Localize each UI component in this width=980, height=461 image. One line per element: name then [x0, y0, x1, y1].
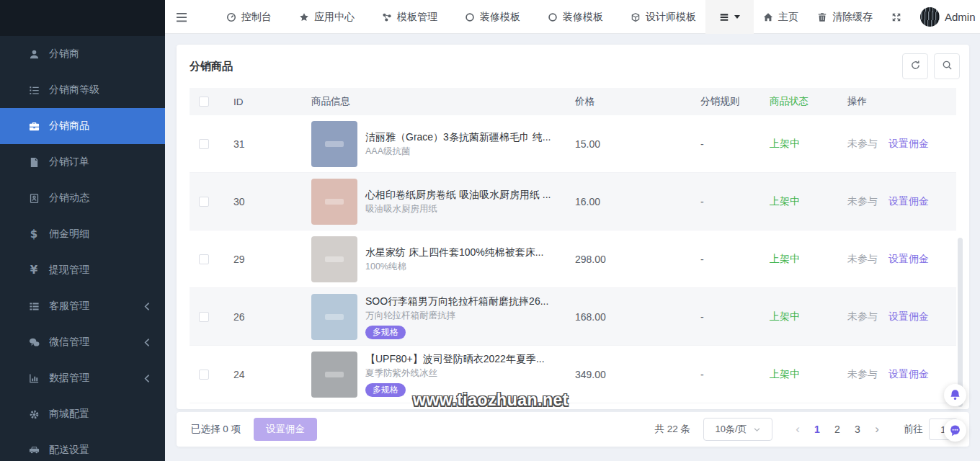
- sidebar-item-3[interactable]: 分销商品: [0, 108, 165, 144]
- clear-cache-button[interactable]: 清除缓存: [808, 0, 882, 34]
- caret-down-icon: [734, 15, 740, 19]
- sidebar-item-label: 分销动态: [49, 192, 89, 205]
- column-header-id: ID: [223, 97, 303, 107]
- prev-page-button[interactable]: ‹: [788, 422, 807, 437]
- sidebar-item-label: 配送设置: [49, 444, 89, 457]
- product-list-card: 分销商品 ID 商品信息 价格 分销规则 商品状态 操作 31: [177, 45, 969, 409]
- set-commission-link[interactable]: 设置佣金: [888, 138, 929, 151]
- navbar-item-label: 模板管理: [397, 11, 437, 24]
- sidebar-toggle-button[interactable]: [165, 0, 198, 34]
- product-subtitle: 万向轮拉杆箱耐磨抗摔: [365, 309, 548, 322]
- navbar-item-3[interactable]: 模板管理: [373, 0, 447, 34]
- sidebar-menu: 分销商分销商等级分销商品分销订单分销动态$佣金明细¥提现管理客服管理微信管理数据…: [0, 36, 165, 461]
- chevron-down-icon: [753, 426, 761, 434]
- column-header-info: 商品信息: [303, 95, 569, 108]
- page-3-button[interactable]: 3: [847, 419, 868, 440]
- row-checkbox[interactable]: [199, 370, 209, 380]
- cube-icon: [631, 12, 641, 22]
- sidebar-item-11[interactable]: 商城配置: [0, 396, 165, 432]
- page-1-button[interactable]: 1: [807, 419, 827, 440]
- set-commission-link[interactable]: 设置佣金: [888, 368, 929, 381]
- navbar-item-4[interactable]: 装修模板: [455, 0, 530, 34]
- column-header-price: 价格: [569, 95, 695, 108]
- participation-status: 未参与: [847, 138, 878, 151]
- sidebar-item-12[interactable]: 配送设置: [0, 432, 165, 461]
- user-menu[interactable]: Admin: [911, 0, 980, 34]
- sidebar-header: [0, 0, 165, 36]
- trash-icon: [817, 12, 827, 22]
- list-menu-icon: [719, 12, 729, 22]
- page-2-button[interactable]: 2: [827, 419, 847, 440]
- product-thumbnail: [311, 236, 357, 282]
- navbar-item-6[interactable]: 设计师模板: [621, 0, 705, 34]
- sidebar-item-label: 分销商品: [49, 120, 89, 133]
- next-page-button[interactable]: ›: [868, 422, 886, 437]
- table-row: 24 【UPF80+】波司登防晒衣2022年夏季... 夏季防紫外线冰丝 多规格…: [190, 346, 956, 403]
- chat-button[interactable]: [944, 419, 966, 442]
- sidebar-item-2[interactable]: 分销商等级: [0, 72, 165, 108]
- wechat-icon: [27, 337, 40, 348]
- navbar-item-2[interactable]: 应用中心: [290, 0, 364, 34]
- sidebar-item-5[interactable]: 分销动态: [0, 180, 165, 216]
- product-id: 29: [223, 254, 303, 265]
- product-id: 24: [223, 369, 303, 380]
- yen-icon: ¥: [27, 264, 40, 277]
- chevron-left-icon: [141, 337, 153, 348]
- fullscreen-button[interactable]: [882, 0, 911, 34]
- product-price: 168.00: [569, 311, 695, 323]
- product-subtitle: 100%纯棉: [365, 260, 543, 273]
- participation-status: 未参与: [847, 368, 878, 381]
- username: Admin: [945, 11, 976, 23]
- set-commission-link[interactable]: 设置佣金: [888, 310, 929, 323]
- notification-button[interactable]: [944, 384, 966, 406]
- sidebar-item-8[interactable]: 客服管理: [0, 288, 165, 324]
- search-button[interactable]: [934, 53, 960, 79]
- sidebar-item-6[interactable]: $佣金明细: [0, 216, 165, 252]
- table-scrollbar[interactable]: [958, 238, 963, 407]
- batch-set-commission-button[interactable]: 设置佣金: [254, 418, 317, 441]
- row-checkbox[interactable]: [199, 197, 209, 207]
- card-header: 分销商品: [177, 45, 969, 88]
- select-all-checkbox[interactable]: [199, 97, 209, 107]
- navbar-item-label: 装修模板: [563, 11, 603, 24]
- product-title: 水星家纺 床上四件套100%纯棉被套床...: [365, 246, 543, 259]
- sidebar-item-10[interactable]: 数据管理: [0, 360, 165, 396]
- row-checkbox[interactable]: [199, 312, 209, 322]
- page-title: 分销商品: [190, 60, 233, 73]
- refresh-button[interactable]: [902, 53, 928, 79]
- navbar-item-5[interactable]: 装修模板: [538, 0, 612, 34]
- sidebar-item-label: 分销订单: [49, 156, 89, 169]
- set-commission-link[interactable]: 设置佣金: [888, 195, 929, 208]
- clear-cache-label: 清除缓存: [832, 11, 873, 24]
- row-checkbox[interactable]: [199, 139, 209, 149]
- sidebar: 分销商分销商等级分销商品分销订单分销动态$佣金明细¥提现管理客服管理微信管理数据…: [0, 0, 165, 461]
- sidebar-item-4[interactable]: 分销订单: [0, 144, 165, 180]
- sidebar-item-7[interactable]: ¥提现管理: [0, 252, 165, 288]
- chart-icon: [27, 373, 40, 384]
- product-status: 上架中: [764, 368, 842, 381]
- sidebar-item-9[interactable]: 微信管理: [0, 324, 165, 360]
- navbar-right: 主页 清除缓存 Admin: [705, 0, 980, 33]
- navbar-item-label: 控制台: [241, 11, 272, 24]
- sidebar-item-label: 佣金明细: [49, 228, 89, 241]
- user-icon: [27, 49, 40, 60]
- thumbnail-watermark: [325, 256, 344, 262]
- home-button[interactable]: 主页: [754, 0, 808, 34]
- sidebar-item-label: 微信管理: [49, 336, 89, 349]
- row-checkbox[interactable]: [199, 254, 209, 264]
- distribution-rule: -: [695, 196, 764, 207]
- goto-label: 前往: [904, 423, 923, 436]
- top-navbar: 控制台应用中心模板管理装修模板装修模板设计师模板 主页 清除缓存: [165, 0, 980, 34]
- product-title: SOO行李箱男万向轮拉杆箱耐磨抗摔26...: [365, 295, 548, 308]
- product-status: 上架中: [764, 310, 842, 323]
- sidebar-item-label: 商城配置: [49, 408, 89, 421]
- navbar-item-1[interactable]: 控制台: [217, 0, 281, 34]
- sidebar-item-1[interactable]: 分销商: [0, 36, 165, 72]
- product-id: 31: [223, 138, 303, 150]
- product-id: 26: [223, 311, 303, 323]
- file-icon: [27, 157, 40, 168]
- product-title: 【UPF80+】波司登防晒衣2022年夏季...: [365, 352, 545, 366]
- page-size-select[interactable]: 10条/页: [703, 418, 772, 441]
- set-commission-link[interactable]: 设置佣金: [888, 253, 929, 266]
- menu-list-dropdown-button[interactable]: [705, 0, 754, 34]
